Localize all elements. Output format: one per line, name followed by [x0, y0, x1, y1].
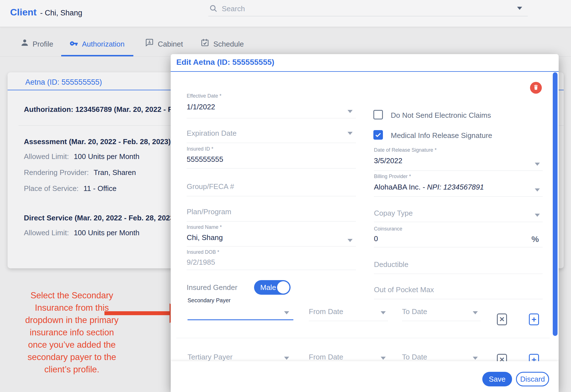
place-of-service-value: 11 - Office	[83, 184, 117, 193]
tab-schedule[interactable]: Schedule	[213, 40, 244, 49]
billing-provider-name: AlohaABA Inc. -	[374, 183, 427, 191]
tertiary-from-date-input[interactable]: From Date	[309, 353, 343, 361]
insurance-card-title[interactable]: Aetna (ID: 555555555)	[25, 78, 102, 87]
checkmark-icon	[374, 135, 382, 140]
copay-type-underline	[374, 222, 543, 222]
copay-type-caret-icon[interactable]	[535, 214, 540, 217]
secondary-add-row-button[interactable]: +	[529, 313, 539, 325]
place-of-service-label: Place of Service:	[24, 184, 79, 193]
secondary-to-date-input[interactable]: To Date	[402, 307, 427, 316]
assessment-title: Assessment (Mar. 20, 2022 - Feb. 28, 202…	[24, 137, 171, 146]
do-not-send-claims-checkbox[interactable]	[373, 110, 383, 119]
tertiary-from-date-caret-icon[interactable]	[381, 357, 386, 360]
annotation-line: Select the Secondary	[11, 289, 133, 302]
insured-dob-underline	[187, 270, 356, 270]
secondary-from-date-underline	[309, 321, 388, 321]
insured-name-caret-icon[interactable]	[348, 239, 353, 242]
direct-service-title: Direct Service (Mar. 20, 2022 - Feb. 28,…	[24, 214, 176, 222]
search-dropdown-caret-icon[interactable]	[517, 7, 522, 10]
secondary-from-date-caret-icon[interactable]	[381, 311, 386, 314]
percent-icon: %	[531, 234, 539, 244]
client-name: - Chi, Shang	[40, 9, 82, 17]
release-date-underline	[374, 170, 543, 171]
plan-program-input[interactable]: Plan/Program	[187, 207, 231, 216]
secondary-payer-caret-icon[interactable]	[284, 311, 289, 314]
annotation-line: dropdown in the primary	[11, 314, 133, 326]
annotation-text: Select the Secondary Insurance from this…	[11, 289, 133, 376]
effective-date-underline	[187, 118, 356, 118]
allowed-limit-label: Allowed Limit:	[24, 152, 69, 161]
delete-insurance-button[interactable]	[530, 82, 542, 94]
rendering-provider-label: Rendering Provider:	[24, 168, 89, 177]
tab-authorization[interactable]: Authorization	[82, 40, 125, 49]
coinsurance-label: Coinsurance	[374, 226, 402, 232]
insured-gender-value: Male	[260, 283, 276, 292]
plus-box-icon: +	[531, 315, 536, 324]
expiration-date-underline	[187, 143, 356, 143]
billing-provider-label: Billing Provider *	[374, 174, 411, 179]
toggle-knob[interactable]	[277, 281, 289, 294]
assessment-place-of-service: Place of Service: 11 - Office	[24, 184, 117, 193]
rendering-provider-value: Tran, Sharen	[93, 168, 136, 177]
x-box-icon: ✕	[499, 315, 505, 323]
tertiary-to-date-caret-icon[interactable]	[473, 357, 478, 360]
page-title-main: Client	[10, 7, 36, 17]
insured-gender-label: Insured Gender	[187, 283, 237, 292]
key-icon	[69, 39, 79, 49]
medical-release-label: Medical Info Release Signature	[391, 131, 492, 140]
modal-title: Edit Aetna (ID: 555555555)	[176, 58, 274, 67]
insured-name-input[interactable]: Chi, Shang	[187, 233, 223, 242]
billing-provider-input[interactable]: AlohaABA Inc. - NPI: 1234567891	[374, 183, 484, 192]
coinsurance-underline	[374, 247, 543, 247]
billing-provider-underline	[374, 196, 543, 197]
coinsurance-input[interactable]: 0	[374, 234, 378, 243]
annotation-line: secondary payer to the	[11, 351, 133, 363]
billing-provider-caret-icon[interactable]	[535, 188, 540, 192]
tertiary-payer-caret-icon[interactable]	[284, 357, 289, 360]
group-feca-underline	[187, 196, 356, 196]
secondary-payer-dropdown[interactable]	[188, 319, 293, 320]
annotation-line: once you’ve added the	[11, 339, 133, 351]
group-feca-input[interactable]: Group/FECA #	[187, 182, 234, 191]
top-header: Client - Chi, Shang Search	[0, 0, 571, 27]
edit-insurance-modal	[171, 54, 559, 392]
modal-title-rule	[171, 71, 559, 72]
insured-dob-input: 9/2/1985	[187, 258, 215, 267]
allowed-limit-label: Allowed Limit:	[24, 229, 69, 237]
payer-rows-divider	[176, 338, 550, 338]
search-underline	[208, 16, 528, 16]
out-of-pocket-max-underline	[374, 299, 543, 299]
expiration-date-caret-icon[interactable]	[348, 132, 353, 135]
tab-cabinet[interactable]: Cabinet	[158, 40, 183, 49]
effective-date-caret-icon[interactable]	[348, 110, 353, 113]
app-canvas: Client - Chi, Shang Search Profile Autho…	[0, 0, 571, 392]
release-date-caret-icon[interactable]	[535, 163, 540, 166]
do-not-send-claims-label: Do Not Send Electronic Claims	[391, 111, 491, 120]
secondary-payer-label: Secondary Payer	[188, 297, 230, 304]
insured-gender-toggle[interactable]: Male	[254, 280, 291, 295]
tertiary-payer-input[interactable]: Tertiary Payer	[188, 353, 232, 361]
tab-profile[interactable]: Profile	[33, 40, 53, 49]
insured-name-label: Insured Name *	[187, 224, 222, 230]
search-input[interactable]: Search	[222, 4, 245, 13]
deductible-input[interactable]: Deductible	[374, 260, 408, 269]
release-date-input[interactable]: 3/5/2022	[374, 156, 402, 165]
out-of-pocket-max-input[interactable]: Out of Pocket Max	[374, 285, 434, 294]
secondary-clear-row-button[interactable]: ✕	[497, 313, 507, 325]
secondary-from-date-input[interactable]: From Date	[309, 307, 343, 316]
secondary-to-date-caret-icon[interactable]	[473, 311, 478, 314]
tertiary-to-date-input[interactable]: To Date	[402, 353, 427, 361]
medical-release-checkbox[interactable]	[373, 130, 383, 140]
calendar-check-icon	[200, 38, 209, 48]
expiration-date-input[interactable]: Expiration Date	[187, 129, 237, 138]
insured-name-underline	[187, 246, 356, 246]
effective-date-input[interactable]: 1/1/2022	[187, 103, 215, 111]
assessment-allowed-limit: Allowed Limit: 100 Units per Month	[24, 152, 140, 161]
insured-id-underline	[187, 168, 356, 169]
release-date-label: Date of Release Signature *	[374, 147, 437, 153]
discard-button[interactable]: Discard	[516, 372, 549, 386]
save-button[interactable]: Save	[482, 372, 512, 386]
modal-scrollbar[interactable]	[553, 72, 558, 336]
copay-type-input[interactable]: Copay Type	[374, 209, 413, 218]
insured-id-input[interactable]: 555555555	[187, 155, 223, 164]
